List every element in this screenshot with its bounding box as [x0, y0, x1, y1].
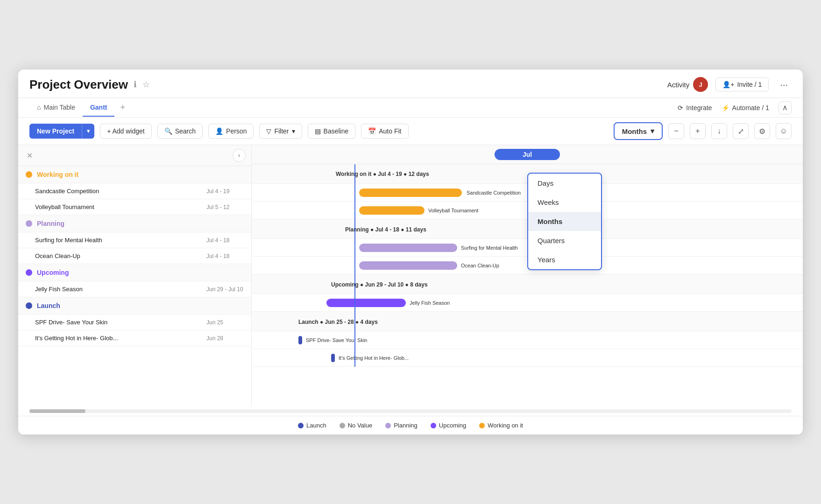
tabs-right: ⟳ Integrate ⚡ Automate / 1 ∧ [678, 101, 792, 114]
automate-button[interactable]: ⚡ Automate / 1 [722, 104, 769, 112]
group-name-working: Working on it [37, 171, 78, 178]
legend-dot-working [479, 423, 485, 428]
baseline-label: Baseline [324, 127, 349, 135]
integrate-button[interactable]: ⟳ Integrate [678, 104, 712, 112]
months-label: Months [622, 127, 647, 135]
search-button[interactable]: 🔍 Search [157, 124, 203, 139]
gantt-launch-label: Launch ● Jun 25 - 28 ● 4 days [298, 319, 378, 325]
main-content: ✕ ‹ Working on it Sandcastle Competition… [18, 145, 803, 406]
legend-planning: Planning [385, 422, 418, 429]
gantt-launch-label-container: Launch ● Jun 25 - 28 ● 4 days [298, 317, 378, 326]
settings-button[interactable]: ⚙ [754, 123, 770, 139]
dropdown-item-days[interactable]: Days [528, 174, 601, 193]
filter-label: Filter [274, 127, 289, 135]
horizontal-scrollbar-track [29, 409, 792, 413]
legend-dot-upcoming [431, 423, 436, 428]
dropdown-item-weeks[interactable]: Weeks [528, 193, 601, 212]
automate-label: Automate / 1 [732, 104, 769, 112]
tab-gantt[interactable]: Gantt [83, 99, 115, 117]
gantt-working-label: Working on it ● Jul 4 - 19 ● 12 days [336, 171, 429, 177]
invite-button[interactable]: 👤+ Invite / 1 [715, 77, 769, 91]
legend-no-value: No Value [340, 422, 373, 429]
task-jellyfish[interactable]: Jelly Fish Season Jun 29 - Jul 10 [18, 281, 251, 297]
app-header: Project Overview ℹ ☆ Activity J 👤+ Invit… [18, 70, 803, 98]
dropdown-item-quarters[interactable]: Quarters [528, 231, 601, 250]
horizontal-scrollbar-thumb[interactable] [29, 409, 85, 413]
person-button[interactable]: 👤 Person [208, 124, 254, 139]
new-project-caret[interactable]: ▾ [82, 124, 94, 138]
zoom-in-button[interactable]: + [690, 123, 706, 139]
task-volleyball[interactable]: Volleyball Tournament Jul 5 - 12 [18, 199, 251, 215]
header-right: Activity J 👤+ Invite / 1 ··· [667, 77, 792, 92]
legend-label-launch: Launch [306, 422, 326, 429]
gantt-bar-jellyfish[interactable] [326, 299, 406, 307]
avatar: J [693, 77, 708, 92]
legend-working: Working on it [479, 422, 523, 429]
download-button[interactable]: ↓ [711, 123, 727, 139]
task-ocean-cleanup[interactable]: Ocean Clean-Up Jul 4 - 18 [18, 248, 251, 264]
legend-dot-no-value [340, 423, 345, 428]
task-name-sandcastle: Sandcastle Competition [35, 188, 199, 195]
dropdown-item-months[interactable]: Months [528, 212, 601, 231]
zoom-out-button[interactable]: − [668, 123, 684, 139]
legend-label-no-value: No Value [348, 422, 373, 429]
gantt-upcoming-label-container: Upcoming ● Jun 29 - Jul 10 ● 8 days [331, 280, 428, 288]
gantt-bar-label-sandcastle: Sandcastle Competition [467, 190, 521, 196]
dropdown-menu: Days Weeks Months Quarters Years [527, 173, 602, 270]
invite-label: Invite / 1 [737, 81, 762, 88]
gantt-task-jellyfish: Jelly Fish Season [252, 294, 803, 312]
task-sandcastle[interactable]: Sandcastle Competition Jul 4 - 19 [18, 183, 251, 199]
collapse-left-button[interactable]: ‹ [233, 149, 246, 162]
star-icon[interactable]: ☆ [142, 79, 150, 90]
person-label: Person [226, 127, 247, 135]
expand-button[interactable]: ⤢ [733, 123, 749, 139]
task-name-hot: It's Getting Hot in Here- Glob... [35, 335, 199, 342]
filter-caret: ▾ [292, 127, 295, 135]
gantt-bar-spf[interactable] [298, 336, 302, 344]
filter-button[interactable]: ▽ Filter ▾ [259, 124, 302, 139]
gantt-bar-surfing[interactable] [359, 244, 457, 252]
group-launch: Launch [18, 297, 251, 315]
filter-icon: ▽ [266, 127, 271, 135]
baseline-button[interactable]: ▤ Baseline [308, 124, 356, 139]
gantt-group-label-working: Working on it ● Jul 4 - 19 ● 12 days [336, 171, 429, 177]
gantt-label: Gantt [90, 104, 107, 111]
add-widget-button[interactable]: + Add widget [100, 124, 152, 139]
autofit-button[interactable]: 📅 Auto Fit [361, 124, 408, 139]
close-panel-button[interactable]: ✕ [24, 150, 35, 161]
task-date-spf: Jun 25 [206, 319, 244, 326]
gantt-task-hot: It's Getting Hot in Here- Glob... [252, 349, 803, 367]
more-button[interactable]: ··· [776, 77, 792, 92]
tab-add-button[interactable]: + [114, 98, 131, 117]
gantt-task-spf: SPF Drive- Save Your Skin [252, 331, 803, 349]
task-hot[interactable]: It's Getting Hot in Here- Glob... Jun 28 [18, 330, 251, 346]
left-panel: ✕ ‹ Working on it Sandcastle Competition… [18, 145, 252, 406]
autofit-icon: 📅 [368, 127, 376, 135]
automate-icon: ⚡ [722, 104, 729, 112]
gantt-planning-label-container: Planning ● Jul 4 - 18 ● 11 days [345, 225, 426, 233]
info-icon[interactable]: ℹ [134, 79, 137, 90]
invite-icon: 👤+ [722, 81, 734, 88]
task-surfing[interactable]: Surfing for Mental Health Jul 4 - 18 [18, 232, 251, 248]
tab-main-table[interactable]: ⌂ Main Table [29, 99, 83, 117]
group-dot-launch [26, 302, 32, 309]
gantt-bar-volleyball[interactable] [359, 206, 425, 215]
task-spf[interactable]: SPF Drive- Save Your Skin Jun 25 [18, 315, 251, 330]
collapse-icon: ∧ [782, 103, 788, 112]
person-icon: 👤 [215, 127, 223, 135]
gantt-bar-ocean[interactable] [359, 261, 457, 270]
app-window: Project Overview ℹ ☆ Activity J 👤+ Invit… [18, 70, 803, 434]
gantt-bar-hot[interactable] [331, 354, 335, 362]
new-project-button[interactable]: New Project ▾ [29, 124, 94, 139]
activity-button[interactable]: Activity J [667, 77, 708, 92]
months-dropdown-button[interactable]: Months ▾ [614, 122, 663, 140]
task-date-surfing: Jul 4 - 18 [206, 237, 244, 244]
legend-label-working: Working on it [488, 422, 523, 429]
gantt-bar-sandcastle[interactable] [359, 189, 462, 197]
emoji-button[interactable]: ☺ [776, 123, 792, 139]
group-dot-upcoming [26, 269, 32, 276]
collapse-button[interactable]: ∧ [779, 101, 792, 114]
autofit-label: Auto Fit [379, 127, 401, 135]
dropdown-item-years[interactable]: Years [528, 250, 601, 269]
legend-row: Launch No Value Planning Upcoming Workin… [18, 416, 803, 434]
